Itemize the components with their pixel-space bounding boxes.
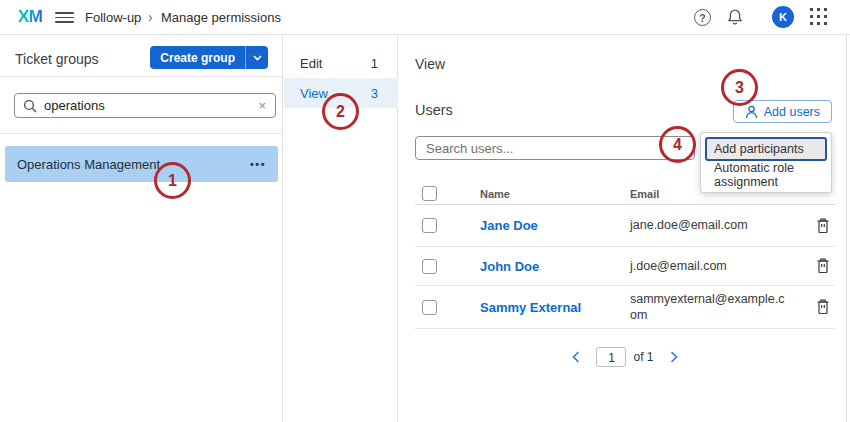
user-email: jane.doe@email.com: [630, 217, 786, 233]
breadcrumb-section[interactable]: Follow-up: [85, 0, 141, 35]
table-row: Sammy External sammyexternal@example.com: [415, 286, 835, 329]
delete-user-icon[interactable]: [811, 299, 835, 315]
chevron-down-icon: [253, 55, 262, 61]
annotation-circle-1: 1: [154, 162, 191, 199]
next-page-icon[interactable]: [670, 351, 678, 363]
previous-page-icon[interactable]: [572, 351, 580, 363]
add-users-label: Add users: [764, 105, 820, 119]
group-row-operations-management[interactable]: Operations Management •••: [5, 146, 278, 182]
top-bar: XM Follow-up › Manage permissions ? K: [0, 0, 850, 35]
breadcrumb-separator-icon: ›: [148, 0, 153, 35]
select-row-checkbox[interactable]: [422, 218, 437, 233]
role-count: 1: [371, 56, 378, 71]
user-email: j.doe@email.com: [630, 258, 786, 274]
divider: [0, 76, 282, 77]
divider: [0, 133, 282, 134]
annotation-number: 3: [735, 79, 744, 97]
user-email: sammyexternal@example.com: [630, 291, 786, 324]
annotation-number: 2: [336, 103, 345, 121]
role-label: Edit: [300, 56, 322, 71]
annotation-number: 4: [673, 136, 682, 154]
add-users-dropdown-menu: Add participants Automatic role assignme…: [700, 132, 832, 193]
view-role-panel: View Users Add users Add participants Au…: [399, 35, 847, 422]
create-group-split-button: Create group: [150, 46, 268, 69]
delete-user-icon[interactable]: [811, 258, 835, 274]
role-count: 3: [371, 86, 378, 101]
annotation-circle-4: 4: [659, 126, 696, 163]
pagination: of 1: [415, 347, 835, 367]
help-icon[interactable]: ?: [694, 9, 711, 26]
user-avatar[interactable]: K: [772, 6, 794, 28]
person-icon: [745, 105, 758, 119]
role-label: View: [300, 86, 328, 101]
table-row: John Doe j.doe@email.com: [415, 247, 835, 286]
user-search-box: [415, 136, 695, 160]
user-name-link[interactable]: Jane Doe: [480, 218, 630, 233]
group-name: Operations Management: [17, 157, 160, 172]
user-search-input[interactable]: [416, 137, 694, 159]
page-number-input[interactable]: [597, 349, 625, 367]
manage-permissions-page: XM Follow-up › Manage permissions ? K Ti…: [0, 0, 850, 422]
menu-item-automatic-role-assignment[interactable]: Automatic role assignment: [705, 161, 827, 188]
menu-item-add-participants[interactable]: Add participants: [705, 137, 827, 161]
create-group-button[interactable]: Create group: [150, 46, 245, 69]
page-number-box: [596, 347, 626, 367]
help-glyph: ?: [699, 12, 705, 24]
users-heading: Users: [415, 102, 453, 118]
select-all-checkbox[interactable]: [422, 186, 437, 201]
breadcrumb-page: Manage permissions: [161, 0, 281, 35]
delete-user-icon[interactable]: [811, 218, 835, 234]
annotation-number: 1: [168, 172, 177, 190]
annotation-circle-3: 3: [721, 69, 758, 106]
clear-search-icon[interactable]: ×: [258, 99, 266, 112]
xm-logo: XM: [18, 7, 43, 27]
hamburger-menu-icon[interactable]: [55, 12, 74, 23]
role-item-edit[interactable]: Edit 1: [284, 48, 398, 78]
more-options-icon[interactable]: •••: [250, 158, 266, 170]
users-table: Name Email Jane Doe jane.doe@email.com: [415, 183, 835, 329]
column-header-name: Name: [480, 188, 630, 200]
group-search-input[interactable]: [44, 98, 258, 113]
search-icon: [23, 99, 37, 113]
notifications-bell-icon[interactable]: [726, 8, 744, 31]
page-count-label: of 1: [633, 350, 653, 364]
table-row: Jane Doe jane.doe@email.com: [415, 205, 835, 247]
select-row-checkbox[interactable]: [422, 300, 437, 315]
avatar-initial: K: [779, 11, 787, 23]
ticket-groups-title: Ticket groups: [15, 51, 99, 67]
annotation-circle-2: 2: [322, 93, 359, 130]
page-title: View: [415, 56, 445, 72]
user-name-link[interactable]: John Doe: [480, 259, 630, 274]
select-row-checkbox[interactable]: [422, 259, 437, 274]
app-grid-icon[interactable]: [810, 8, 828, 26]
create-group-dropdown-button[interactable]: [245, 46, 268, 69]
ticket-groups-panel: Ticket groups Create group × Operations …: [0, 35, 283, 422]
user-name-link[interactable]: Sammy External: [480, 300, 630, 315]
group-search-box: ×: [14, 93, 276, 118]
